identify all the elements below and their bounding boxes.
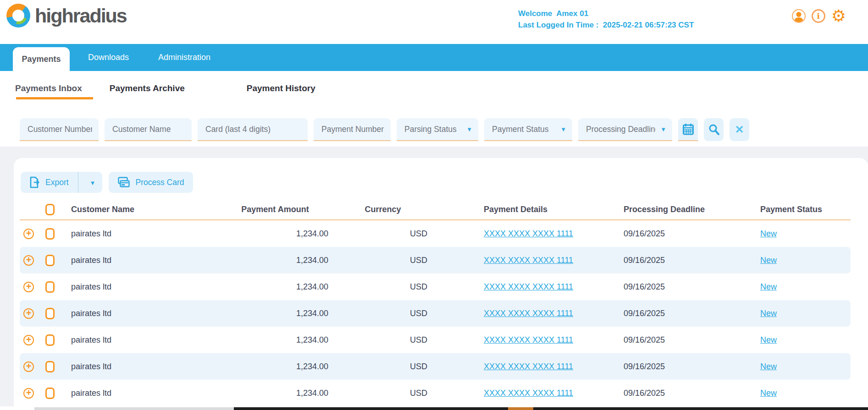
payment-status-link[interactable]: New (760, 335, 777, 344)
expand-row-icon[interactable]: + (23, 335, 34, 345)
clear-filters-button[interactable]: ✕ (730, 118, 749, 141)
processing-deadline-cell: 09/16/2025 (610, 362, 752, 372)
content-area: Export ▼ Process (0, 147, 868, 410)
payment-details-link[interactable]: XXXX XXXX XXXX 1111 (484, 362, 573, 371)
tab-payments[interactable]: Payments (13, 47, 70, 71)
currency-cell: USD (330, 309, 436, 318)
payment-details-cell: XXXX XXXX XXXX 1111 (436, 309, 610, 318)
payment-status-link[interactable]: New (760, 256, 777, 265)
table-row: + pairates ltd 1,234.00 USD XXXX XXXX XX… (20, 353, 851, 380)
processing-deadline-cell: 09/16/2025 (610, 309, 752, 318)
brand-name: highradius (35, 4, 127, 27)
checkbox-cell (39, 281, 64, 293)
expander-cell: + (20, 335, 39, 345)
subtab-payments-inbox[interactable]: Payments Inbox (15, 83, 82, 93)
customer-number-input[interactable] (20, 118, 99, 141)
payment-number-input[interactable] (314, 118, 391, 141)
payment-status-link[interactable]: New (760, 388, 777, 398)
currency-cell: USD (330, 282, 436, 292)
tab-administration[interactable]: Administration (158, 53, 210, 62)
payment-status-link[interactable]: New (760, 309, 777, 318)
table-row: + pairates ltd 1,234.00 USD XXXX XXXX XX… (20, 380, 851, 406)
checkbox-cell (39, 361, 64, 372)
payment-details-link[interactable]: XXXX XXXX XXXX 1111 (484, 256, 573, 265)
checkbox-cell (39, 308, 64, 319)
table-row: + pairates ltd 1,234.00 USD XXXX XXXX XX… (20, 247, 851, 273)
row-checkbox[interactable] (45, 388, 55, 399)
export-label: Export (45, 178, 69, 187)
row-checkbox[interactable] (45, 281, 55, 293)
scrollbar-thumb[interactable] (234, 407, 868, 410)
row-checkbox[interactable] (45, 308, 55, 319)
table-toolbar: Export ▼ Process (21, 172, 868, 193)
processing-deadline-cell: 09/16/2025 (610, 282, 752, 292)
customer-name-input[interactable] (105, 118, 192, 141)
payment-amount-cell: 1,234.00 (220, 309, 330, 318)
col-customer-name[interactable]: Customer Name (64, 205, 220, 214)
subtab-payments-archive[interactable]: Payments Archive (110, 83, 185, 93)
tab-downloads[interactable]: Downloads (88, 53, 129, 62)
credit-card-icon (118, 177, 130, 188)
payment-amount-cell: 1,234.00 (220, 335, 330, 345)
expand-row-icon[interactable]: + (23, 361, 34, 372)
card-last4-input[interactable] (198, 118, 308, 141)
payment-amount-cell: 1,234.00 (220, 256, 330, 265)
customer-name-cell: pairates ltd (64, 388, 220, 398)
user-profile-icon[interactable] (792, 9, 806, 23)
select-all-cell (39, 204, 64, 215)
export-button[interactable]: Export (21, 176, 78, 188)
payment-amount-cell: 1,234.00 (220, 229, 330, 239)
payment-amount-cell: 1,234.00 (220, 282, 330, 292)
checkbox-cell (39, 334, 64, 346)
payment-status-link[interactable]: New (760, 362, 777, 371)
expand-row-icon[interactable]: + (23, 255, 34, 266)
payment-details-cell: XXXX XXXX XXXX 1111 (436, 229, 610, 239)
app-header: highradius Welcome Amex 01 Last Logged I… (0, 0, 868, 44)
currency-cell: USD (330, 335, 436, 345)
expand-row-icon[interactable]: + (23, 308, 34, 319)
calendar-button[interactable] (678, 118, 698, 141)
export-icon (30, 176, 40, 188)
payment-details-link[interactable]: XXXX XXXX XXXX 1111 (484, 229, 573, 238)
expand-row-icon[interactable]: + (23, 388, 34, 399)
row-checkbox[interactable] (45, 228, 55, 240)
row-checkbox[interactable] (45, 361, 55, 372)
search-button[interactable] (704, 118, 724, 141)
payment-amount-cell: 1,234.00 (220, 362, 330, 372)
export-options-button[interactable]: ▼ (78, 178, 103, 187)
payment-details-link[interactable]: XXXX XXXX XXXX 1111 (484, 388, 573, 398)
processing-deadline-dropdown[interactable]: Processing Deadline ▼ (578, 118, 672, 141)
username: Amex 01 (556, 9, 588, 18)
payment-status-link[interactable]: New (760, 282, 777, 291)
col-processing-deadline[interactable]: Processing Deadline (610, 205, 752, 214)
col-payment-amount[interactable]: Payment Amount (220, 205, 330, 214)
col-payment-details[interactable]: Payment Details (436, 205, 610, 214)
payment-status-dropdown[interactable]: Payment Status ▼ (484, 118, 572, 141)
row-checkbox[interactable] (45, 334, 55, 346)
processing-deadline-cell: 09/16/2025 (610, 256, 752, 265)
expander-cell: + (20, 388, 39, 399)
table-row: + pairates ltd 1,234.00 USD XXXX XXXX XX… (20, 327, 851, 353)
col-payment-status[interactable]: Payment Status (752, 205, 851, 214)
gear-icon[interactable]: ⚙ (831, 9, 846, 23)
checkbox-cell (39, 255, 64, 266)
process-card-button[interactable]: Process Card (109, 172, 193, 193)
chevron-down-icon: ▼ (560, 126, 566, 133)
row-checkbox[interactable] (45, 255, 55, 266)
payments-table: Customer Name Payment Amount Currency Pa… (20, 199, 851, 406)
subtab-payment-history[interactable]: Payment History (247, 83, 315, 93)
payment-details-link[interactable]: XXXX XXXX XXXX 1111 (484, 282, 573, 291)
chevron-down-icon: ▼ (90, 180, 96, 186)
currency-cell: USD (330, 362, 436, 372)
parsing-status-dropdown[interactable]: Parsing Status ▼ (397, 118, 478, 141)
payment-details-link[interactable]: XXXX XXXX XXXX 1111 (484, 309, 573, 318)
select-all-checkbox[interactable] (45, 204, 55, 215)
table-body: + pairates ltd 1,234.00 USD XXXX XXXX XX… (20, 220, 851, 406)
payment-details-link[interactable]: XXXX XXXX XXXX 1111 (484, 335, 573, 344)
chevron-down-icon: ▼ (466, 126, 472, 133)
info-icon[interactable]: i (812, 9, 825, 23)
payment-status-link[interactable]: New (760, 229, 777, 238)
expand-row-icon[interactable]: + (23, 229, 34, 239)
col-currency[interactable]: Currency (330, 205, 436, 214)
expand-row-icon[interactable]: + (23, 282, 34, 292)
